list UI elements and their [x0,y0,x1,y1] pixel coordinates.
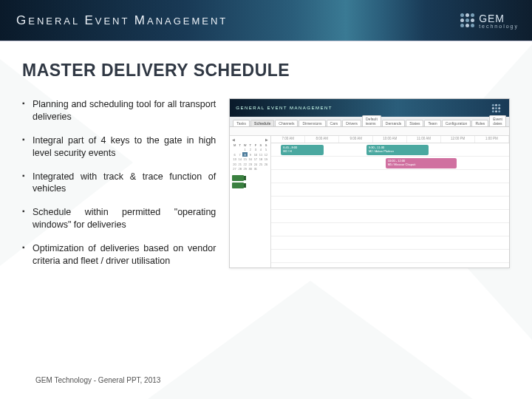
app-tab[interactable]: Tasks [233,120,250,126]
truck-icon [232,183,244,188]
schedule-row: 10:00 - 12:30M5 / Eleanor Chapati [271,157,509,170]
schedule-row [271,236,509,250]
app-header-title: GENERAL EVENT MANAGEMENT [236,106,332,110]
app-tab[interactable]: Dimensions [299,120,325,126]
app-tab[interactable]: Default teams [362,115,381,126]
schedule-row: 6:45 - 8:00M2 / H9:30 - 11:30M2 / Adam P… [271,143,509,157]
schedule-row [271,183,509,197]
gem-logo-text: GEM [479,13,505,24]
bullet-list: Planning and scheduling tool for all tra… [22,98,216,279]
bullet-item: Integrated with track & trace function o… [22,171,216,196]
schedule-event[interactable]: 10:00 - 12:30M5 / Eleanor Chapati [386,158,457,168]
bullet-item: Integral part of 4 keys to the gate in h… [22,134,216,160]
slide-title: MASTER DELIVERY SCHEDULE [22,61,510,81]
bullet-item: Optimization of deliveries based on vend… [22,242,216,267]
svg-marker-2 [148,281,473,399]
schedule-row [271,223,509,236]
app-toolbar [230,127,509,136]
schedule-event[interactable]: 9:30 - 11:30M2 / Adam Plattner [366,145,429,155]
bullet-item: Schedule within permitted "operating win… [22,206,216,231]
bullet-item: Planning and scheduling tool for all tra… [22,98,216,123]
truck-icon [232,175,244,181]
app-header-logo-icon [492,103,500,112]
app-tabs: TasksScheduleChannelsDimensionsCarsDrive… [230,117,509,127]
app-tab[interactable]: Roles [471,120,488,126]
schedule-row [271,210,509,223]
footer-text: GEM Technology - General PPT, 2013 [35,376,160,384]
gem-logo-subtext: technology [479,24,519,29]
app-tab[interactable]: Cars [327,120,342,126]
company-name: GENERAL EVENT MANAGEMENT [16,13,228,28]
schedule-row [271,250,509,263]
app-tab[interactable]: Team [424,120,440,126]
header-bar: GENERAL EVENT MANAGEMENT GEM technology [0,0,532,41]
gem-logo: GEM technology [460,13,519,29]
app-tab[interactable]: Drivers [342,120,361,126]
app-screenshot: GENERAL EVENT MANAGEMENT TasksScheduleCh… [229,98,510,268]
app-tab[interactable]: Demands [382,120,405,126]
app-tab[interactable]: States [406,120,423,126]
schedule-grid: 7:00 AM8:00 AM9:00 AM10:00 AM11:00 AM12:… [271,136,509,267]
app-tab[interactable]: Channels [275,120,298,126]
schedule-row [271,170,509,183]
app-tab[interactable]: Configuration [442,120,471,126]
schedule-row [271,197,509,210]
calendar-panel: ◀▶ MTWTFSS123456789101112131415161718192… [230,136,271,267]
schedule-event[interactable]: 6:45 - 8:00M2 / H [281,145,324,155]
app-tab[interactable]: Event dates [489,115,506,126]
app-tab[interactable]: Schedule [250,120,274,126]
gem-logo-dots-icon [460,13,474,27]
